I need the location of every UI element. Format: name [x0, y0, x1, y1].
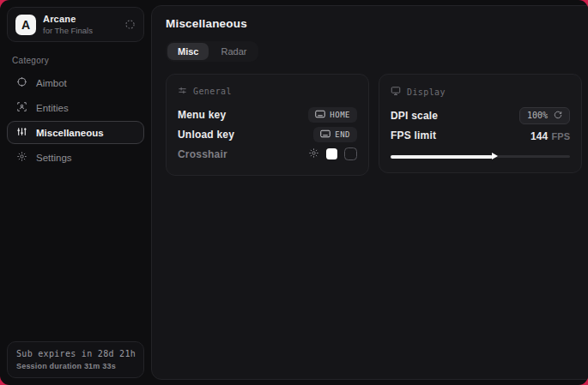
crosshair-checkbox[interactable]	[344, 147, 357, 160]
sidebar-item-label: Entities	[36, 103, 69, 113]
unload-key-label: Unload key	[178, 129, 234, 141]
menu-key-bind-button[interactable]: HOME	[308, 107, 357, 123]
unload-key-row: Unload key END	[178, 124, 357, 144]
sidebar-item-entities[interactable]: Entities	[7, 96, 144, 119]
fps-limit-value: 144	[530, 130, 548, 142]
scan-person-icon	[16, 101, 27, 114]
cycle-icon	[554, 111, 562, 121]
sidebar-item-label: Settings	[36, 153, 72, 163]
sidebar: A Arcane for The Finals Category Aimbot	[0, 0, 151, 385]
crosshair-color-swatch[interactable]	[326, 148, 337, 159]
crosshair-label: Crosshair	[178, 148, 227, 160]
menu-key-row: Menu key HOME	[178, 105, 357, 124]
crosshair-settings-gear-icon[interactable]	[308, 147, 319, 162]
page-title: Miscellaneous	[166, 17, 582, 30]
profile-card: A Arcane for The Finals	[7, 7, 144, 42]
keyboard-icon	[320, 129, 330, 140]
sub-expiry-text: Sub expires in 28d 21h	[16, 349, 135, 358]
sidebar-item-aimbot[interactable]: Aimbot	[7, 71, 144, 94]
fps-limit-label: FPS limit	[391, 129, 436, 141]
crosshair-row: Crosshair	[178, 144, 357, 164]
general-card: General Menu key HOME Unload key	[166, 74, 369, 176]
general-card-title: General	[193, 87, 232, 96]
fps-limit-slider[interactable]	[391, 151, 570, 161]
dpi-scale-selector[interactable]: 100%	[519, 107, 570, 124]
tab-radar[interactable]: Radar	[210, 43, 257, 60]
fps-limit-row: FPS limit 144 FPS	[391, 125, 570, 145]
sidebar-item-label: Aimbot	[36, 78, 67, 88]
session-card: Sub expires in 28d 21h Session duration …	[7, 341, 144, 378]
fps-slider-thumb[interactable]	[492, 153, 498, 159]
gear-icon	[16, 151, 27, 164]
monitor-icon	[391, 86, 401, 98]
dpi-scale-row: DPI scale 100%	[391, 105, 570, 125]
app-logo: A	[15, 15, 36, 35]
tab-misc[interactable]: Misc	[167, 43, 209, 60]
menu-key-label: Menu key	[178, 109, 226, 121]
sidebar-item-settings[interactable]: Settings	[7, 146, 144, 169]
app-subtitle: for The Finals	[43, 26, 118, 35]
sidebar-item-label: Miscellaneous	[36, 128, 104, 138]
unload-key-bind-button[interactable]: END	[313, 127, 357, 142]
keyboard-icon	[315, 110, 325, 120]
tab-bar: Misc Radar	[166, 41, 258, 62]
fps-slider-fill	[391, 155, 493, 159]
category-label: Category	[12, 56, 144, 65]
app-name: Arcane	[43, 14, 118, 24]
session-duration-text: Session duration 31m 33s	[16, 362, 135, 370]
app-window: A Arcane for The Finals Category Aimbot	[0, 0, 588, 385]
dpi-scale-label: DPI scale	[391, 110, 438, 122]
display-card-title: Display	[407, 87, 446, 97]
dpi-scale-value: 100%	[527, 111, 548, 120]
main-panel: Miscellaneous Misc Radar General Menu ke…	[151, 5, 588, 380]
display-card: Display DPI scale 100% FPS limit	[379, 74, 582, 173]
sync-icon[interactable]	[124, 19, 136, 30]
sidebar-item-miscellaneous[interactable]: Miscellaneous	[7, 121, 144, 144]
crosshair-icon	[16, 76, 27, 89]
fps-limit-unit: FPS	[552, 131, 570, 141]
sliders-icon	[16, 126, 27, 139]
cards-row: General Menu key HOME Unload key	[166, 74, 582, 176]
sliders-horizontal-icon	[178, 86, 187, 97]
